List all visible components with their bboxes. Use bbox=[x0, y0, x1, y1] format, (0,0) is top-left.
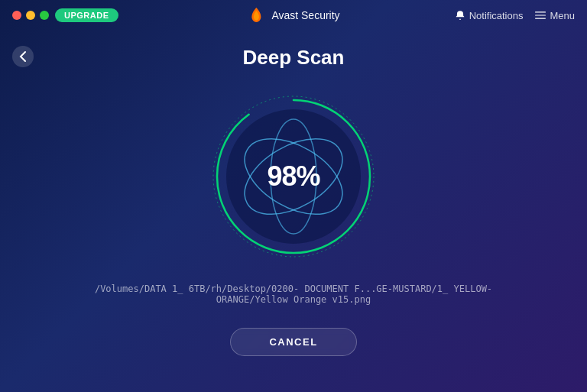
chevron-left-icon bbox=[19, 50, 27, 63]
scan-file-path: /Volumes/DATA 1_ 6TB/rh/Desktop/0200- DO… bbox=[64, 283, 523, 305]
cancel-button[interactable]: CANCEL bbox=[230, 328, 356, 356]
notifications-button[interactable]: Notifications bbox=[455, 10, 524, 21]
scan-percentage: 98% bbox=[267, 160, 319, 193]
titlebar: UPGRADE Avast Security Notifications Men… bbox=[0, 0, 587, 31]
titlebar-left: UPGRADE bbox=[12, 8, 118, 22]
scan-progress-circle: 98% bbox=[209, 92, 378, 261]
avast-logo-icon bbox=[247, 6, 265, 24]
app-name: Avast Security bbox=[271, 9, 339, 21]
traffic-lights bbox=[12, 11, 49, 20]
svg-rect-0 bbox=[535, 11, 546, 12]
svg-rect-2 bbox=[535, 18, 546, 19]
back-button[interactable] bbox=[12, 46, 34, 67]
page-title: Deep Scan bbox=[243, 46, 345, 70]
titlebar-center: Avast Security bbox=[247, 6, 339, 24]
hamburger-icon bbox=[535, 10, 546, 21]
bell-icon bbox=[455, 10, 465, 21]
minimize-button[interactable] bbox=[26, 11, 35, 20]
upgrade-button[interactable]: UPGRADE bbox=[55, 8, 118, 22]
menu-button[interactable]: Menu bbox=[535, 10, 575, 21]
titlebar-right: Notifications Menu bbox=[455, 10, 575, 21]
maximize-button[interactable] bbox=[40, 11, 49, 20]
close-button[interactable] bbox=[12, 11, 21, 20]
main-content: Deep Scan 98% /Volumes/DATA 1_ 6TB/rh/De… bbox=[0, 31, 587, 356]
svg-rect-1 bbox=[535, 15, 546, 15]
